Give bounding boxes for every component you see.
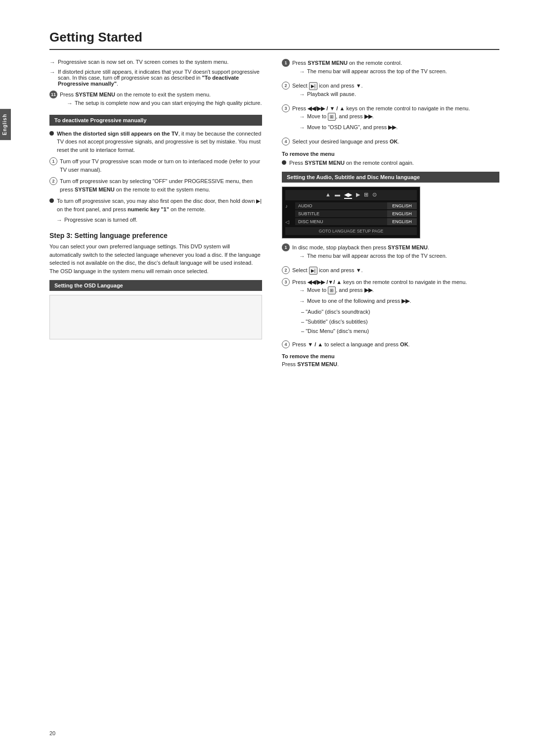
remove-menu-2: To remove the menu Press SYSTEM MENU. [282, 353, 499, 367]
menu-icon-circle: ⊙ [372, 191, 377, 199]
menu-row-subtitle: SUBTITLE ENGLISH [285, 210, 417, 217]
right-step-1: 1 Press SYSTEM MENU on the remote contro… [282, 59, 499, 78]
menu-top-bar: ▲ ▬ ◀▶ ▶ ⊞ ⊙ [285, 190, 417, 200]
bullet-icon-3 [282, 160, 286, 165]
right-step-4-num: 4 [282, 138, 290, 145]
right-step-2-content: Select ▶| icon and press ▼. → Playback w… [292, 82, 499, 101]
disc-step-1-content: In disc mode, stop playback then press S… [292, 243, 499, 263]
disc-step-3-arrow-1: → Move to ⊞, and press ▶▶. [299, 286, 499, 295]
disc-step-2-content: Select ▶| icon and press ▼. [292, 266, 499, 275]
disc-step-4: 4 Press ▼ / ▲ to select a language and p… [282, 340, 499, 349]
deactivate-step-2-content: Turn off progressive scan by selecting "… [60, 177, 262, 193]
right-step-3-arrow-1: → Move to ⊞, and press ▶▶. [299, 112, 499, 121]
menu-subtitle-label: SUBTITLE [295, 210, 387, 217]
menu-disc-icon: ◁ [285, 219, 295, 225]
right-step-3: 3 Press ◀◀/▶▶ / ▼ / ▲ keys on the remote… [282, 104, 499, 135]
step-11-arrow: → The setup is complete now and you can … [67, 99, 262, 108]
menu-audio-value: ENGLISH [387, 202, 417, 209]
deactivate-header: To deactivate Progressive manually [49, 115, 262, 126]
arrow-icon-5: → [299, 67, 305, 76]
disc-step-2-num: 2 [282, 266, 290, 274]
deactivate-bullet-2: To turn off progressive scan, you may al… [49, 197, 262, 213]
menu-audio-label: AUDIO [295, 202, 387, 209]
deactivate-step-2: 2 Turn off progressive scan by selecting… [49, 177, 262, 193]
right-column: 1 Press SYSTEM MENU on the remote contro… [282, 59, 499, 367]
right-step-3-content: Press ◀◀/▶▶ / ▼ / ▲ keys on the remote c… [292, 104, 499, 135]
menu-screenshot: ▲ ▬ ◀▶ ▶ ⊞ ⊙ ♪ AUDIO ENGLISH SUBTITLE EN… [282, 187, 420, 238]
arrow-icon-10: → [299, 286, 305, 295]
right-step-3-arrow-2: → Move to "OSD LANG", and press ▶▶. [299, 123, 499, 132]
menu-icon-music: ▲ [325, 191, 331, 199]
right-step-1-num: 1 [282, 59, 290, 67]
deactivate-arrow: → Progressive scan is turned off. [56, 217, 262, 224]
arrow-icon-1: → [49, 59, 55, 66]
right-step-4-content: Select your desired language and press O… [292, 138, 499, 146]
step3-intro: You can select your own preferred langua… [49, 242, 262, 275]
disc-step-3-arrow-2: → Move to one of the following and press… [299, 297, 499, 306]
deactivate-bullet-1: When the distorted sign still appears on… [49, 130, 262, 154]
remove-menu-content: Press SYSTEM MENU on the remote control … [289, 159, 499, 167]
menu-row-audio: ♪ AUDIO ENGLISH [285, 202, 417, 209]
deactivate-bullet-1-content: When the distorted sign still appears on… [57, 130, 262, 154]
deactivate-bullet-2-content: To turn off progressive scan, you may al… [57, 197, 262, 213]
bullet-icon-1 [49, 131, 54, 136]
disc-list-audio: "Audio" (disc's soundtrack) [301, 308, 499, 316]
menu-icon-grid: ⊞ [364, 191, 368, 199]
osd-header: Setting the OSD Language [49, 280, 262, 291]
disc-step-4-num: 4 [282, 340, 290, 348]
audio-subtitle-header: Setting the Audio, Subtitle and Disc Men… [282, 172, 499, 183]
arrow-icon-7: → [299, 112, 305, 121]
step-11-num: 11 [49, 91, 57, 98]
deactivate-step-2-num: 2 [49, 177, 57, 185]
english-tab: English [0, 109, 11, 140]
right-step-4: 4 Select your desired language and press… [282, 138, 499, 146]
disc-step-3-content: Press ◀◀/▶▶ /▼/ ▲ keys on the remote con… [292, 278, 499, 337]
bullet-icon-2 [49, 198, 54, 203]
menu-icon-play: ▶ [356, 191, 360, 199]
page-title: Getting Started [49, 30, 499, 50]
menu-icon-dash: ▬ [335, 191, 340, 199]
arrow-icon-4: → [56, 217, 62, 224]
intro-arrow-1: → Progressive scan is now set on. TV scr… [49, 59, 262, 66]
arrow-icon-9: → [299, 252, 305, 261]
disc-step-3-num: 3 [282, 278, 290, 286]
icon-btn-2: ⊞ [328, 113, 336, 121]
deactivate-step-1-content: Turn off your TV progressive scan mode o… [60, 157, 262, 174]
step-11: 11 Press SYSTEM MENU on the remote to ex… [49, 91, 262, 110]
step-11-content: Press SYSTEM MENU on the remote to exit … [60, 91, 262, 110]
menu-goto: GOTO LANGUAGE SETUP PAGE [285, 227, 417, 235]
menu-subtitle-value: ENGLISH [387, 210, 417, 217]
content-area: → Progressive scan is now set on. TV scr… [49, 59, 499, 367]
disc-step-4-content: Press ▼ / ▲ to select a language and pre… [292, 340, 499, 349]
disc-step-1: 1 In disc mode, stop playback then press… [282, 243, 499, 263]
remove-menu-subhead: To remove the menu [282, 151, 499, 157]
disc-step-1-arrow: → The menu bar will appear across the to… [299, 252, 499, 261]
disc-list-subtitle: "Subtitle" (disc's subtitles) [301, 318, 499, 326]
osd-screenshot-box [49, 295, 262, 339]
disc-step-3: 3 Press ◀◀/▶▶ /▼/ ▲ keys on the remote c… [282, 278, 499, 337]
menu-disc-label: DISC MENU [295, 218, 387, 225]
left-column: → Progressive scan is now set on. TV scr… [49, 59, 262, 367]
icon-btn-1: ▶| [309, 82, 317, 90]
arrow-icon-6: → [299, 90, 305, 99]
deactivate-step-1-num: 1 [49, 157, 57, 165]
menu-row-discmenu: ◁ DISC MENU ENGLISH [285, 218, 417, 225]
icon-btn-3: ▶| [309, 267, 317, 275]
menu-disc-value: ENGLISH [387, 218, 417, 225]
page: English Getting Started → Progressive sc… [0, 0, 534, 756]
icon-btn-4: ⊞ [328, 286, 336, 294]
menu-icon-nav: ◀▶ [344, 191, 352, 199]
right-step-1-arrow: → The menu bar will appear across the to… [299, 67, 499, 76]
disc-step-1-num: 1 [282, 243, 290, 251]
right-step-3-num: 3 [282, 104, 290, 112]
arrow-icon-2: → [49, 69, 55, 76]
arrow-icon-3: → [67, 99, 73, 108]
disc-step-2: 2 Select ▶| icon and press ▼. [282, 266, 499, 275]
right-step-2-arrow: → Playback will pause. [299, 90, 499, 99]
right-step-2-num: 2 [282, 82, 290, 90]
deactivate-step-1: 1 Turn off your TV progressive scan mode… [49, 157, 262, 174]
remove-menu-item: Press SYSTEM MENU on the remote control … [282, 159, 499, 167]
right-step-1-content: Press SYSTEM MENU on the remote control.… [292, 59, 499, 78]
disc-list-discmenu: "Disc Menu" (disc's menu) [301, 327, 499, 335]
remove-menu-2-text: Press SYSTEM MENU. [282, 361, 499, 367]
